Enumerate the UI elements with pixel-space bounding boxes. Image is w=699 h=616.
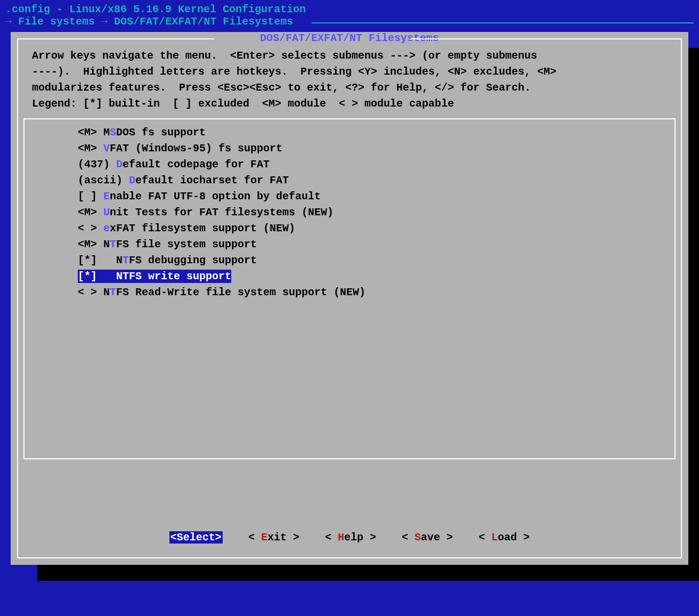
- panel-border: [17, 557, 682, 558]
- panel-shadow: [37, 565, 699, 581]
- menu-list: <M> MSDOS fs support <M> VFAT (Windows-9…: [23, 118, 676, 459]
- breadcrumb-arrow-icon: →: [5, 15, 12, 28]
- breadcrumb-item: DOS/FAT/EXFAT/NT Filesystems: [114, 15, 293, 28]
- menu-item-default-iocharset[interactable]: (ascii) Default iocharset for FAT: [25, 173, 674, 189]
- menu-item-exfat[interactable]: < > exFAT filesystem support (NEW): [25, 221, 674, 237]
- menu-item-unit-tests[interactable]: <M> Unit Tests for FAT filesystems (NEW): [25, 205, 674, 221]
- panel-title-row: DOS/FAT/EXFAT/NT Filesystems: [11, 32, 688, 45]
- save-button[interactable]: < Save >: [402, 531, 453, 544]
- panel-border: [410, 38, 682, 39]
- exit-button[interactable]: < Exit >: [248, 531, 299, 544]
- panel-border: [681, 38, 682, 558]
- menu-item-ntfs-rw-new[interactable]: < > NTFS Read-Write file system support …: [25, 285, 674, 301]
- help-text: Arrow keys navigate the menu. <Enter> se…: [11, 45, 688, 118]
- help-button[interactable]: < Help >: [325, 531, 376, 544]
- menu-item-ntfs-debug[interactable]: [*] NTFS debugging support: [25, 253, 674, 269]
- breadcrumb-divider: [312, 22, 694, 23]
- panel-border: [17, 38, 18, 558]
- menu-item-default-codepage[interactable]: (437) Default codepage for FAT: [25, 157, 674, 173]
- breadcrumb-item: File systems: [18, 15, 95, 28]
- load-button[interactable]: < Load >: [478, 531, 530, 544]
- menu-item-msdos[interactable]: <M> MSDOS fs support: [25, 125, 674, 141]
- breadcrumb: → File systems → DOS/FAT/EXFAT/NT Filesy…: [0, 15, 699, 28]
- menu-item-ntfs[interactable]: <M> NTFS file system support: [25, 237, 674, 253]
- window-title: .config - Linux/x86 5.16.9 Kernel Config…: [0, 0, 699, 15]
- menu-item-ntfs-write[interactable]: [*] NTFS write support: [25, 269, 674, 285]
- breadcrumb-arrow-icon: →: [101, 15, 108, 28]
- select-button[interactable]: <Select>: [169, 531, 223, 544]
- button-bar: <Select> < Exit > < Help > < Save > < Lo…: [11, 531, 688, 544]
- menu-item-vfat[interactable]: <M> VFAT (Windows-95) fs support: [25, 141, 674, 157]
- menu-item-fat-utf8[interactable]: [ ] Enable FAT UTF-8 option by default: [25, 189, 674, 205]
- main-panel: DOS/FAT/EXFAT/NT Filesystems Arrow keys …: [11, 32, 688, 565]
- panel-shadow: [688, 48, 699, 581]
